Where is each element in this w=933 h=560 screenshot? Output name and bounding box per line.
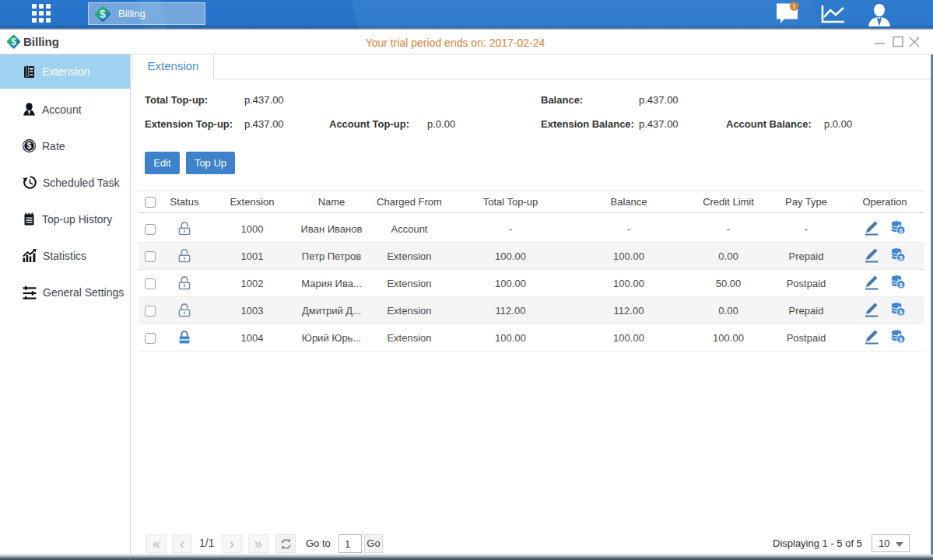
svg-text:!: ! [793,2,795,10]
svg-text:$: $ [27,141,32,150]
svg-text:$: $ [100,8,106,20]
